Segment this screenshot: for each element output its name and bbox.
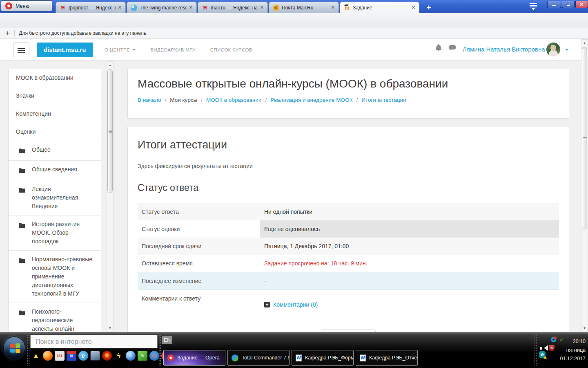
- scroll-down-icon[interactable]: ▼: [581, 325, 588, 331]
- sidebar-item[interactable]: Оценки: [9, 123, 101, 141]
- opera-icon: [167, 355, 174, 361]
- folder-icon: [19, 222, 25, 230]
- clock-time: 20:10: [555, 337, 586, 346]
- breadcrumb-separator: /: [201, 97, 203, 103]
- taskbar-button[interactable]: Total Commander 7.5...: [227, 350, 290, 366]
- restore-button[interactable]: [562, 1, 575, 8]
- word-icon: W: [360, 355, 366, 361]
- taskbar-button-label: Задание — Opera: [177, 355, 220, 361]
- breadcrumb-item[interactable]: МООК в образовании: [206, 97, 262, 103]
- nav-course-list[interactable]: СПИСОК КУРСОВ: [210, 47, 252, 52]
- tab-close-icon[interactable]: ✕: [260, 5, 264, 10]
- status-row-value: Еще не оценивалось: [260, 220, 559, 238]
- add-bookmark-icon[interactable]: +: [6, 29, 9, 37]
- browser-tab[interactable]: Яфорпост — Яндекс: нашлос✕: [56, 2, 126, 13]
- burn-disc-icon[interactable]: [102, 351, 112, 361]
- sidebar-item[interactable]: История развития МООК. Обзор площадок.: [9, 215, 101, 250]
- breadcrumb: В начало/Мои курсы/МООК в образовании/Ре…: [128, 90, 569, 103]
- taskbar-button[interactable]: Задание — Opera: [163, 350, 225, 366]
- taskbar-grip[interactable]: [534, 335, 537, 366]
- breadcrumb-item[interactable]: Итоги аттестации: [361, 97, 406, 103]
- minimize-button[interactable]: [547, 1, 561, 8]
- sidebar-item[interactable]: Общие сведения: [9, 160, 101, 180]
- sidebar-item[interactable]: Лекция ознакомительная. Введение: [9, 180, 101, 215]
- tab-close-icon[interactable]: ✕: [331, 5, 335, 10]
- sidebar-item[interactable]: Компетенции: [9, 105, 101, 123]
- scrollbar-thumb[interactable]: [582, 47, 587, 229]
- folder-icon: [19, 257, 25, 265]
- site-header: distant.msu.ru О ЦЕНТРЕВИДЕОАРХИВ МГУСПИ…: [0, 39, 588, 61]
- browser-tab[interactable]: Яmail.ru — Яндекс: нашлось✕: [198, 2, 268, 13]
- breadcrumb-separator: /: [356, 97, 358, 103]
- firefox-icon[interactable]: [43, 351, 53, 361]
- folder-icon: [19, 147, 25, 156]
- folder-icon: [19, 167, 25, 175]
- browser-tab[interactable]: @Почта Mail.Ru✕: [269, 2, 339, 13]
- security-app-icon[interactable]: ☹: [149, 351, 159, 361]
- taskbar-grip[interactable]: [158, 335, 161, 366]
- scroll-up-icon[interactable]: ▲: [107, 62, 113, 68]
- page-scrollbar[interactable]: ▲ ▼: [581, 39, 588, 332]
- tab-close-icon[interactable]: ✕: [118, 5, 122, 10]
- status-row: Статус оценкиЕще не оценивалось: [138, 220, 559, 238]
- nav-videoarchive[interactable]: ВИДЕОАРХИВ МГУ: [150, 47, 195, 52]
- close-button[interactable]: ✕: [575, 1, 588, 8]
- messages-icon[interactable]: [448, 44, 457, 52]
- sidebar-scrollbar[interactable]: ▲ ▼: [107, 61, 114, 332]
- sidebar-item[interactable]: Общее: [9, 141, 101, 160]
- status-row: Статус ответаНи одной попытки: [138, 203, 559, 220]
- browser-tab[interactable]: mЗадание✕: [340, 2, 419, 13]
- page-title: Массовые открытые онлайн-курсы (МООК) в …: [128, 69, 569, 90]
- volume-tray-icon[interactable]: [540, 345, 548, 351]
- tab-close-icon[interactable]: ✕: [189, 5, 193, 10]
- status-row-value: Ни одной попытки: [260, 203, 559, 220]
- user-menu-chevron-icon[interactable]: [565, 49, 568, 51]
- sidebar-item-label: История развития МООК. Обзор площадок.: [32, 220, 96, 246]
- usb-tool-icon[interactable]: ✎: [138, 351, 147, 361]
- tab-close-icon[interactable]: ✕: [412, 5, 415, 10]
- hamburger-menu-button[interactable]: [13, 43, 29, 57]
- avatar[interactable]: [546, 43, 560, 56]
- language-indicator[interactable]: EN: [162, 336, 172, 344]
- bookmarks-hint: Для быстрого доступа добавьте закладки н…: [19, 30, 146, 36]
- globe-icon[interactable]: [126, 351, 136, 361]
- browser-tab[interactable]: The living marine resources o✕: [127, 2, 197, 13]
- course-sidebar: МООК в образованииЗначкиКомпетенцииОценк…: [8, 69, 101, 347]
- globe-blue-icon: [131, 4, 137, 11]
- media-player-icon[interactable]: 321: [55, 351, 65, 361]
- tab-menu-icon[interactable]: [528, 3, 538, 11]
- launcher-icon[interactable]: ▲: [31, 351, 41, 361]
- taskbar-grip[interactable]: [27, 335, 30, 366]
- ie-icon[interactable]: e: [78, 351, 88, 361]
- opera-menu-button[interactable]: Меню: [1, 0, 52, 11]
- scroll-down-icon[interactable]: ▼: [107, 325, 113, 331]
- comments-link-label: Комментарии (0): [273, 301, 318, 308]
- scrollbar-thumb[interactable]: [107, 69, 113, 193]
- sidebar-item[interactable]: Значки: [9, 87, 101, 105]
- taskbar-search-input[interactable]: [30, 335, 158, 348]
- taskbar-button[interactable]: WКафедра РЭБ_Форм...: [292, 350, 354, 366]
- display-icon[interactable]: [90, 351, 100, 361]
- site-logo[interactable]: distant.msu.ru: [37, 43, 93, 57]
- tray-clock[interactable]: 20:10 пятница 01.12.2017: [555, 337, 586, 363]
- notifications-bell-icon[interactable]: [434, 44, 443, 52]
- new-tab-button[interactable]: +: [423, 2, 435, 12]
- breadcrumb-item[interactable]: В начало: [138, 97, 161, 103]
- comments-toggle-link[interactable]: +Комментарии (0): [264, 301, 318, 308]
- e-alert-tray-icon[interactable]: e: [539, 351, 546, 358]
- sidebar-item-label: Лекция ознакомительная. Введение: [32, 185, 96, 211]
- floppy-save-icon[interactable]: ▤: [67, 351, 76, 361]
- folder-icon: [19, 186, 25, 195]
- nav-about[interactable]: О ЦЕНТРЕ: [105, 47, 136, 52]
- sidebar-item-label: Нормативно-правовые основы МООК и примен…: [32, 255, 96, 298]
- flash-tool-icon[interactable]: ϟ: [114, 351, 124, 361]
- user-name-link[interactable]: Лямина Наталья Викторовна: [463, 46, 545, 53]
- scroll-up-icon[interactable]: ▲: [581, 40, 588, 46]
- start-button[interactable]: [3, 337, 25, 359]
- breadcrumb-item[interactable]: Реализация и внедрение МООК: [270, 97, 352, 103]
- taskbar-button[interactable]: WКафедра РЭБ_Отче...: [356, 350, 418, 366]
- sidebar-item[interactable]: МООК в образовании: [9, 69, 101, 87]
- security-alert-tray-icon[interactable]: ✕: [549, 345, 555, 351]
- tab-title: mail.ru — Яндекс: нашлось: [211, 5, 258, 11]
- sidebar-item[interactable]: Нормативно-правовые основы МООК и примен…: [9, 250, 101, 303]
